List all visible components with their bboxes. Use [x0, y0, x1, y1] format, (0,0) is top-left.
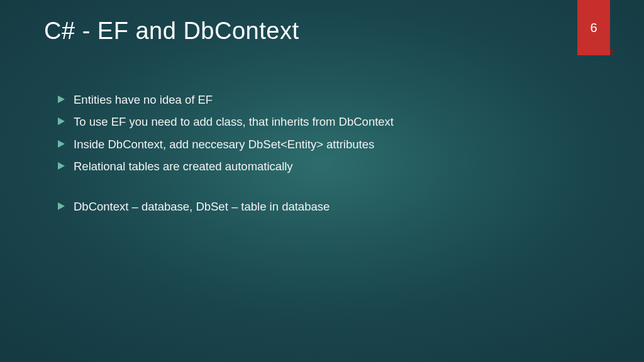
triangle-bullet-icon — [58, 140, 65, 148]
bullet-text: Relational tables are created automatica… — [74, 156, 293, 176]
svg-marker-0 — [58, 96, 65, 103]
triangle-bullet-icon — [58, 202, 65, 210]
list-item: Entities have no idea of EF — [58, 90, 600, 109]
page-number-ribbon: 6 — [577, 0, 610, 55]
bullet-text: Entities have no idea of EF — [74, 90, 213, 109]
page-number: 6 — [590, 21, 597, 35]
bullet-group: DbContext – database, DbSet – table in d… — [58, 197, 600, 216]
slide-body: Entities have no idea of EF To use EF yo… — [44, 90, 600, 216]
list-item: To use EF you need to add class, that in… — [58, 112, 600, 131]
svg-marker-3 — [58, 162, 65, 170]
list-item: Inside DbContext, add neccesary DbSet<En… — [58, 134, 600, 154]
slide-title: C# - EF and DbContext — [44, 18, 600, 45]
bullet-text: DbContext – database, DbSet – table in d… — [74, 197, 330, 216]
bullet-group: Entities have no idea of EF To use EF yo… — [58, 90, 600, 177]
svg-marker-4 — [58, 202, 65, 210]
triangle-bullet-icon — [58, 118, 65, 125]
triangle-bullet-icon — [58, 162, 65, 170]
list-item: Relational tables are created automatica… — [58, 156, 600, 176]
svg-marker-2 — [58, 140, 65, 148]
bullet-text: To use EF you need to add class, that in… — [74, 112, 394, 131]
slide: 6 C# - EF and DbContext Entities have no… — [0, 0, 644, 362]
list-item: DbContext – database, DbSet – table in d… — [58, 197, 600, 216]
svg-marker-1 — [58, 118, 65, 125]
triangle-bullet-icon — [58, 96, 65, 103]
bullet-text: Inside DbContext, add neccesary DbSet<En… — [74, 134, 374, 154]
